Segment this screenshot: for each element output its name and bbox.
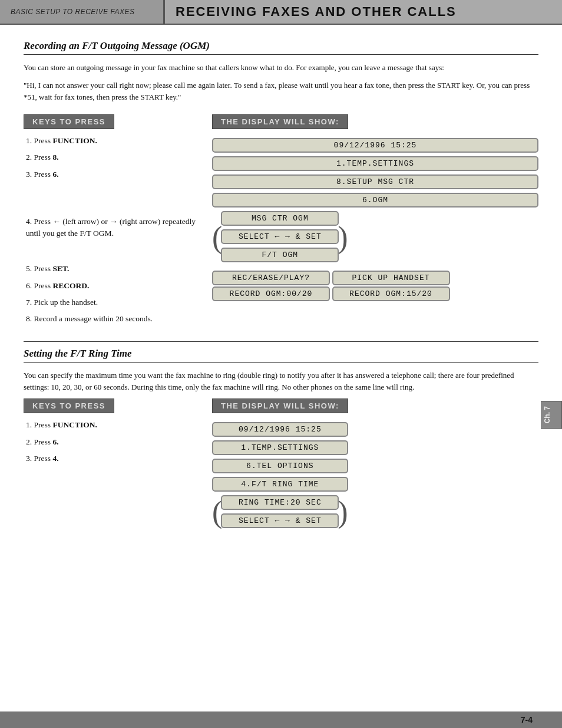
step-6: 6. Press RECORD. xyxy=(24,280,200,292)
step-7: 7. Pick up the handset. xyxy=(24,297,200,308)
step-3: 3. Press 6. xyxy=(24,169,200,180)
s2-step-3: 3. Press 4. xyxy=(24,453,200,465)
s2-step-1: 1. Press FUNCTION. xyxy=(24,419,200,431)
section1-title: Recording an F/T Outgoing Message (OGM) xyxy=(24,40,538,55)
section2-steps: 1. Press FUNCTION. 2. Press 6. 3. Press … xyxy=(24,419,200,465)
display-6ogm: 6.OGM xyxy=(212,193,538,207)
section2-columns: KEYS TO PRESS 1. Press FUNCTION. 2. Pres… xyxy=(24,398,538,529)
section2-display-col: THE DISPLAY WILL SHOW: 09/12/1996 15:25 … xyxy=(212,398,538,529)
section-divider xyxy=(24,341,538,342)
s2-step-3-key: 4. xyxy=(52,454,58,463)
step-1: 1. Press FUNCTION. xyxy=(24,135,200,147)
display-boxes-1: 09/12/1996 15:25 1.TEMP.SETTINGS 8.SETUP… xyxy=(212,138,538,302)
step-5: 5. Press SET. xyxy=(24,263,200,275)
display-record-0020: RECORD OGM:00/20 xyxy=(212,286,330,301)
header-title: RECEIVING FAXES AND OTHER CALLS xyxy=(165,0,562,24)
section1-display-col: THE DISPLAY WILL SHOW: 09/12/1996 15:25 … xyxy=(212,114,538,302)
display-temp-settings-2: 1.TEMP.SETTINGS xyxy=(212,440,348,455)
section1-keys-col: KEYS TO PRESS 1. Press FUNCTION. 2. Pres… xyxy=(24,114,212,330)
keys-banner-2: KEYS TO PRESS xyxy=(24,398,114,413)
chapter-tab: Ch. 7 xyxy=(541,401,562,429)
display-ft-ring-time: 4.F/T RING TIME xyxy=(212,477,348,492)
display-datetime-2: 09/12/1996 15:25 xyxy=(212,422,348,437)
display-temp-settings: 1.TEMP.SETTINGS xyxy=(212,156,538,171)
step-2-key: 8. xyxy=(52,153,58,162)
step-1-key: FUNCTION. xyxy=(52,136,97,145)
bracket-inner-1: MSG CTR OGM SELECT ← → & SET F/T OGM xyxy=(221,211,339,263)
s2-step-1-key: FUNCTION. xyxy=(52,420,97,429)
display-banner-1: THE DISPLAY WILL SHOW: xyxy=(212,114,348,129)
s2-step-2-key: 6. xyxy=(52,437,58,446)
section1-steps: 1. Press FUNCTION. 2. Press 8. 3. Press … xyxy=(24,135,200,325)
section2-intro: You can specify the maximum time you wan… xyxy=(24,370,538,393)
page-header: BASIC SETUP TO RECEIVE FAXES RECEIVING F… xyxy=(0,0,562,25)
s2-step-2: 2. Press 6. xyxy=(24,436,200,448)
display-tel-options: 6.TEL OPTIONS xyxy=(212,459,348,473)
display-setup-msg: 8.SETUP MSG CTR xyxy=(212,174,538,189)
step-2: 2. Press 8. xyxy=(24,151,200,163)
section1-columns: KEYS TO PRESS 1. Press FUNCTION. 2. Pres… xyxy=(24,114,538,330)
section2-title: Setting the F/T Ring Time xyxy=(24,348,538,363)
step-6-key: RECORD. xyxy=(52,281,89,290)
display-pick-up: PICK UP HANDSET xyxy=(332,271,450,285)
display-datetime-1: 09/12/1996 15:25 xyxy=(212,138,538,153)
display-record-1520: RECORD OGM:15/20 xyxy=(332,286,450,301)
main-content: Recording an F/T Outgoing Message (OGM) … xyxy=(0,25,562,552)
step-8: 8. Record a message within 20 seconds. xyxy=(24,313,200,325)
display-banner-2: THE DISPLAY WILL SHOW: xyxy=(212,398,348,413)
display-bracket-group-1: ( MSG CTR OGM SELECT ← → & SET F/T OGM ) xyxy=(212,211,538,263)
bracket-right-1: ) xyxy=(338,222,348,253)
bracket-inner-2: RING TIME:20 SEC SELECT ← → & SET xyxy=(221,495,339,529)
step-3-key: 6. xyxy=(52,170,58,179)
section1-intro: You can store an outgoing message in you… xyxy=(24,62,538,74)
display-bracket-group-2: ( RING TIME:20 SEC SELECT ← → & SET ) xyxy=(212,495,348,529)
step-5-key: SET. xyxy=(52,264,69,273)
page-number: 7-4 xyxy=(521,715,533,724)
display-msg-ctr-ogm: MSG CTR OGM xyxy=(221,211,339,226)
display-select-set-2: SELECT ← → & SET xyxy=(221,513,339,528)
display-select-set-1: SELECT ← → & SET xyxy=(221,229,339,244)
page-footer: 7-4 xyxy=(0,711,562,728)
keys-banner-1: KEYS TO PRESS xyxy=(24,114,114,129)
header-subtitle: BASIC SETUP TO RECEIVE FAXES xyxy=(0,0,165,24)
section2-keys-col: KEYS TO PRESS 1. Press FUNCTION. 2. Pres… xyxy=(24,398,212,469)
display-rec-erase: REC/ERASE/PLAY? xyxy=(212,271,330,285)
display-boxes-2: 09/12/1996 15:25 1.TEMP.SETTINGS 6.TEL O… xyxy=(212,422,348,529)
step-4: 4. Press ← (left arrow) or → (right arro… xyxy=(24,216,200,240)
display-ft-ogm: F/T OGM xyxy=(221,248,339,262)
display-ring-time: RING TIME:20 SEC xyxy=(221,495,339,510)
bracket-right-2: ) xyxy=(338,497,348,528)
section1-quote: "Hi, I can not answer your call right no… xyxy=(24,80,538,104)
